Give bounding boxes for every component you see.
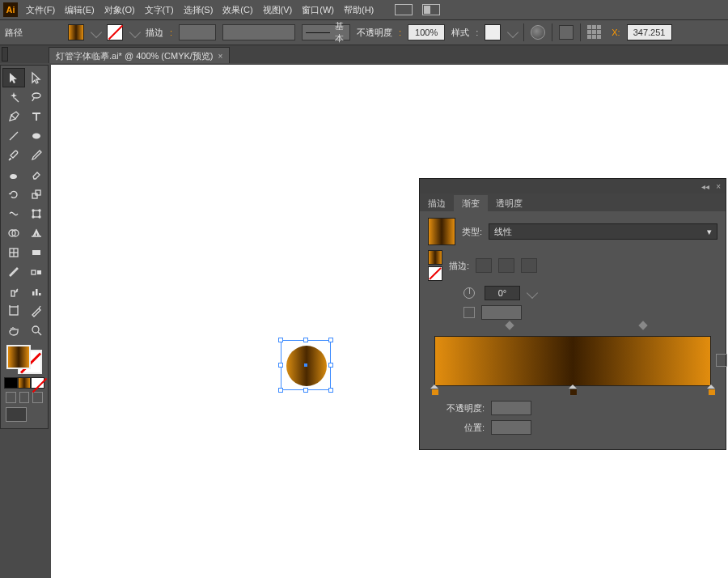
fill-stroke-indicator[interactable] <box>6 345 42 374</box>
draw-inside-icon[interactable] <box>32 392 43 403</box>
selection-tool[interactable] <box>2 68 25 87</box>
menu-file[interactable]: 文件(F) <box>26 4 55 16</box>
menu-type[interactable]: 文字(T) <box>145 4 174 16</box>
lasso-tool[interactable] <box>25 87 48 107</box>
fill-swatch[interactable] <box>68 24 84 40</box>
close-icon[interactable]: × <box>218 52 223 61</box>
stroke-along-icon[interactable] <box>498 258 514 273</box>
hand-tool[interactable] <box>2 321 25 340</box>
variable-width-profile[interactable] <box>222 24 295 40</box>
mesh-tool[interactable] <box>2 243 25 262</box>
gradient-fill-swatch[interactable] <box>428 250 442 265</box>
draw-behind-icon[interactable] <box>19 392 30 403</box>
menu-help[interactable]: 帮助(H) <box>344 4 374 16</box>
tab-transparency[interactable]: 透明度 <box>488 195 531 211</box>
gradient-preview-swatch[interactable] <box>428 218 455 245</box>
stroke-dropdown-icon[interactable] <box>129 27 141 38</box>
artboard-tool[interactable] <box>2 301 25 321</box>
shape-builder-tool[interactable] <box>2 223 25 243</box>
delete-stop-icon[interactable] <box>716 354 727 367</box>
paintbrush-tool[interactable] <box>2 146 25 165</box>
stroke-across-icon[interactable] <box>521 258 537 273</box>
brush-definition[interactable]: 基本 <box>302 24 350 40</box>
resize-handle[interactable] <box>278 388 283 393</box>
pencil-tool[interactable] <box>25 146 48 165</box>
aspect-ratio-icon[interactable] <box>463 307 475 318</box>
tab-stroke[interactable]: 描边 <box>420 195 454 211</box>
style-dropdown-icon[interactable] <box>507 27 518 38</box>
recolor-artwork-icon[interactable] <box>531 25 545 40</box>
resize-handle[interactable] <box>328 363 333 368</box>
rotate-tool[interactable] <box>2 185 25 204</box>
menu-window[interactable]: 窗口(W) <box>302 4 334 16</box>
menu-edit[interactable]: 编辑(E) <box>65 4 95 16</box>
direct-selection-tool[interactable] <box>25 68 48 87</box>
free-transform-tool[interactable] <box>25 204 48 223</box>
stop-location-field[interactable] <box>491 420 531 435</box>
panel-collapse-icon[interactable]: ◂◂ <box>701 182 709 191</box>
color-stop[interactable] <box>707 385 715 394</box>
angle-field[interactable]: 0° <box>485 286 520 300</box>
eyedropper-tool[interactable] <box>2 262 25 282</box>
color-mode-btn[interactable] <box>4 377 18 389</box>
blend-tool[interactable] <box>25 262 48 282</box>
stroke-within-icon[interactable] <box>476 258 492 273</box>
menu-effect[interactable]: 效果(C) <box>222 4 252 16</box>
blob-brush-tool[interactable] <box>2 165 25 185</box>
resize-handle[interactable] <box>278 363 283 368</box>
center-point-icon[interactable] <box>304 363 307 367</box>
resize-handle[interactable] <box>303 338 308 342</box>
stroke-label[interactable]: 描边 <box>146 27 163 39</box>
scale-tool[interactable] <box>25 185 48 204</box>
stop-opacity-field[interactable] <box>491 401 531 415</box>
gradient-midpoint-track[interactable] <box>439 325 706 331</box>
menu-view[interactable]: 视图(V) <box>263 4 293 16</box>
fill-dropdown-icon[interactable] <box>91 27 102 38</box>
resize-handle[interactable] <box>278 338 283 342</box>
midpoint-diamond-icon[interactable] <box>638 321 647 329</box>
resize-handle[interactable] <box>328 338 333 342</box>
gradient-mode-btn[interactable] <box>18 377 32 389</box>
panel-close-icon[interactable]: × <box>716 182 721 191</box>
symbol-sprayer-tool[interactable] <box>2 282 25 301</box>
menu-object[interactable]: 对象(O) <box>104 4 135 16</box>
aspect-ratio-field[interactable] <box>481 305 522 320</box>
zoom-tool[interactable] <box>25 321 48 340</box>
column-graph-tool[interactable] <box>25 282 48 301</box>
x-coord-field[interactable]: 347.251 <box>627 24 672 40</box>
angle-dropdown-icon[interactable] <box>527 287 538 299</box>
transform-icon[interactable] <box>587 25 602 40</box>
gradient-type-dropdown[interactable]: 线性 ▾ <box>489 223 717 240</box>
align-icon[interactable] <box>559 25 574 40</box>
bridge-icon[interactable] <box>395 4 413 15</box>
gradient-ramp[interactable] <box>434 336 711 386</box>
color-stop[interactable] <box>569 385 577 394</box>
arrange-docs-icon[interactable] <box>422 4 440 15</box>
draw-normal-icon[interactable] <box>6 392 16 403</box>
stroke-swatch[interactable] <box>107 24 123 40</box>
gradient-tool[interactable] <box>25 243 48 262</box>
type-tool[interactable] <box>25 107 48 126</box>
gradient-stroke-swatch[interactable] <box>428 266 442 281</box>
width-tool[interactable] <box>2 204 25 223</box>
opacity-label[interactable]: 不透明度 <box>357 27 392 39</box>
menu-select[interactable]: 选择(S) <box>184 4 214 16</box>
none-mode-btn[interactable] <box>31 377 44 389</box>
screen-mode-btn[interactable] <box>6 407 27 422</box>
resize-handle[interactable] <box>328 388 333 393</box>
doc-tabstrip-handle[interactable] <box>2 47 8 62</box>
perspective-grid-tool[interactable] <box>25 223 48 243</box>
pen-tool[interactable] <box>2 107 25 126</box>
ellipse-tool[interactable] <box>25 126 48 146</box>
line-tool[interactable] <box>2 126 25 146</box>
document-tab[interactable]: 灯管字体临摹.ai* @ 400% (CMYK/预览) × <box>49 47 230 63</box>
midpoint-diamond-icon[interactable] <box>505 321 514 329</box>
panel-titlebar[interactable]: ◂◂ × <box>420 179 726 193</box>
resize-handle[interactable] <box>303 388 308 393</box>
color-stop[interactable] <box>430 385 438 394</box>
fill-color-box[interactable] <box>6 345 31 369</box>
selection-bounding-box[interactable] <box>281 340 331 390</box>
opacity-field[interactable]: 100% <box>408 24 445 40</box>
eraser-tool[interactable] <box>25 165 48 185</box>
tab-gradient[interactable]: 渐变 <box>454 195 488 211</box>
